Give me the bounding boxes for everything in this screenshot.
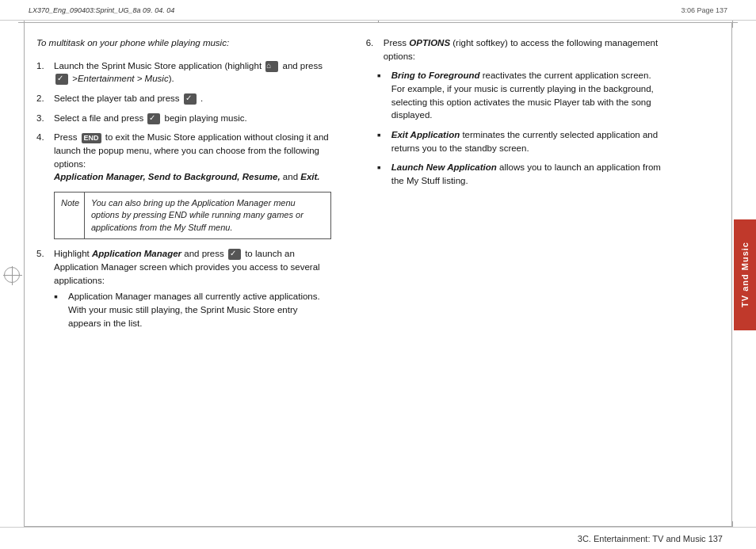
right-bullet-2: ▪ Exit Application terminates the curren… <box>377 128 664 154</box>
header-right-text: 3:06 Page 137 <box>681 6 727 14</box>
step-5-content: Highlight Application Manager and press … <box>54 247 331 333</box>
footer-text: 3C. Entertainment: TV and Music 137 <box>578 534 723 543</box>
right-bullet-3-text: Launch New Application allows you to lau… <box>391 161 664 187</box>
home-icon <box>265 61 278 72</box>
bullet-mark-r3: ▪ <box>377 161 388 174</box>
header-left-text: LX370_Eng_090403:Sprint_UG_8a 09. 04. 04 <box>29 6 681 14</box>
step5-bullet-1: ▪ Application Manager manages all curren… <box>54 290 331 330</box>
side-tab: TV and Music <box>734 219 756 330</box>
step-4-content: Press END to exit the Music Store applic… <box>54 131 331 184</box>
right-bullet-3: ▪ Launch New Application allows you to l… <box>377 161 664 187</box>
left-column: To multitask on your phone while playing… <box>29 24 350 525</box>
right-steps-list: 6. Press OPTIONS (right softkey) to acce… <box>366 36 664 63</box>
bullet-mark-1: ▪ <box>54 290 65 303</box>
intro-text: To multitask on your phone while playing… <box>36 36 331 50</box>
step-3: 3. Select a file and press begin playing… <box>36 112 331 125</box>
ok-icon-2 <box>184 93 197 105</box>
step-4: 4. Press END to exit the Music Store app… <box>36 131 331 184</box>
step-2-content: Select the player tab and press . <box>54 92 331 105</box>
right-column: 6. Press OPTIONS (right softkey) to acce… <box>350 24 672 525</box>
step-1: 1. Launch the Sprint Music Store applica… <box>36 59 331 86</box>
side-tab-label: TV and Music <box>740 242 750 307</box>
bullet-mark-r1: ▪ <box>377 69 388 82</box>
step-2: 2. Select the player tab and press . <box>36 92 331 105</box>
content-area: To multitask on your phone while playing… <box>29 24 727 525</box>
page-border-right <box>731 22 732 527</box>
step-3-num: 3. <box>36 112 54 125</box>
note-box: Note You can also bring up the Applicati… <box>54 192 331 239</box>
note-label: Note <box>55 193 85 238</box>
step5-bullet-1-text: Application Manager manages all currentl… <box>68 290 331 330</box>
crosshair-left <box>4 267 20 283</box>
step5-list: 5. Highlight Application Manager and pre… <box>36 247 331 333</box>
step-5-num: 5. <box>36 247 54 261</box>
step-6: 6. Press OPTIONS (right softkey) to acce… <box>366 36 664 63</box>
step-2-num: 2. <box>36 92 54 105</box>
right-bullet-1: ▪ Bring to Foreground reactivates the cu… <box>377 69 664 122</box>
step-6-content: Press OPTIONS (right softkey) to access … <box>384 36 664 63</box>
ok-icon-5 <box>228 249 241 260</box>
step-3-content: Select a file and press begin playing mu… <box>54 112 331 125</box>
ok-icon <box>55 74 68 85</box>
note-text: You can also bring up the Application Ma… <box>85 193 330 238</box>
footer-bar: 3C. Entertainment: TV and Music 137 <box>0 527 756 549</box>
step5-sub-bullets: ▪ Application Manager manages all curren… <box>54 290 331 330</box>
step-5: 5. Highlight Application Manager and pre… <box>36 247 331 333</box>
step-1-num: 1. <box>36 59 54 73</box>
step-1-content: Launch the Sprint Music Store applicatio… <box>54 59 331 86</box>
bullet-mark-r2: ▪ <box>377 128 388 142</box>
ok-icon-3 <box>147 113 160 124</box>
page-border-left <box>24 22 25 527</box>
step-6-num: 6. <box>366 36 384 50</box>
step-4-num: 4. <box>36 131 54 144</box>
page-border-top <box>24 22 732 23</box>
right-bullet-2-text: Exit Application terminates the currentl… <box>391 128 664 154</box>
right-bullet-1-text: Bring to Foreground reactivates the curr… <box>391 69 664 122</box>
steps-list: 1. Launch the Sprint Music Store applica… <box>36 59 331 184</box>
right-bullets-list: ▪ Bring to Foreground reactivates the cu… <box>377 69 664 187</box>
header-bar: LX370_Eng_090403:Sprint_UG_8a 09. 04. 04… <box>0 0 756 21</box>
end-icon: END <box>82 133 101 143</box>
